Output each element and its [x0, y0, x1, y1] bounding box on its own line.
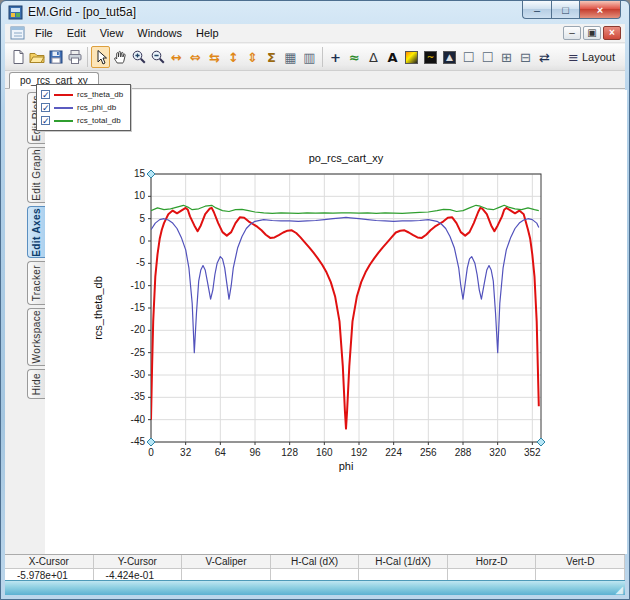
- split-vertical-button[interactable]: ⊟: [516, 46, 535, 68]
- legend-label: rcs_theta_db: [77, 90, 123, 99]
- menu-windows[interactable]: Windows: [130, 25, 189, 41]
- contour-view-button[interactable]: ~: [421, 46, 440, 68]
- plot-canvas[interactable]: 0326496128160192224256288320352151050-5-…: [45, 90, 627, 554]
- select-cursor-button[interactable]: [91, 46, 110, 68]
- svg-text:-20: -20: [131, 324, 146, 335]
- mdi-restore-button[interactable]: ▣: [583, 26, 601, 40]
- svg-text:-10: -10: [131, 280, 146, 291]
- print-button[interactable]: [65, 46, 84, 68]
- legend-line-sample-icon: [54, 94, 73, 96]
- svg-text:0: 0: [139, 235, 145, 246]
- svg-text:224: 224: [385, 447, 402, 458]
- svg-text:-25: -25: [131, 347, 146, 358]
- svg-text:15: 15: [134, 168, 146, 179]
- sidebar-tab-label: Edit Axes: [31, 208, 42, 257]
- svg-text:256: 256: [420, 447, 437, 458]
- menu-view[interactable]: View: [93, 25, 131, 41]
- window-title: EM.Grid - [po_tut5a]: [28, 5, 136, 19]
- sidebar-tab-tracker[interactable]: Tracker: [27, 261, 45, 305]
- sidebar-tab-edit-graph[interactable]: Edit Graph: [27, 147, 45, 203]
- svg-text:160: 160: [316, 447, 333, 458]
- sidebar-tab-hide[interactable]: Hide: [27, 369, 45, 399]
- svg-text:32: 32: [180, 447, 192, 458]
- svg-text:-30: -30: [131, 369, 146, 380]
- zoom-out-button[interactable]: [148, 46, 167, 68]
- cursor-table-header-x-cursor: X-Cursor: [5, 555, 94, 569]
- delta-marker-button[interactable]: Δ: [364, 46, 383, 68]
- menu-items: FileEditViewWindowsHelp: [28, 24, 226, 42]
- svg-text:96: 96: [249, 447, 261, 458]
- add-cursor-button[interactable]: +: [326, 46, 345, 68]
- svg-text:128: 128: [281, 447, 298, 458]
- legend-box[interactable]: ✓rcs_theta_db✓rcs_phi_db✓rcs_total_db: [36, 84, 131, 131]
- legend-item-rcs-total-db: ✓rcs_total_db: [41, 114, 123, 127]
- swap-axes-button[interactable]: ⇄: [535, 46, 554, 68]
- text-annotation-button[interactable]: A: [383, 46, 402, 68]
- statusbar: ◢: [5, 580, 625, 595]
- colormap-view-button[interactable]: [402, 46, 421, 68]
- menu-file[interactable]: File: [28, 25, 60, 41]
- chart[interactable]: 0326496128160192224256288320352151050-5-…: [45, 90, 627, 558]
- legend-item-rcs-phi-db: ✓rcs_phi_db: [41, 101, 123, 114]
- cursor-table-header-y-cursor: Y-Cursor: [94, 555, 183, 569]
- maximize-button[interactable]: □: [551, 1, 579, 19]
- cursor-table-header-v-caliper: V-Caliper: [182, 555, 271, 569]
- sidebar-tab-edit-axes[interactable]: Edit Axes: [27, 206, 45, 258]
- grid-toggle-button[interactable]: ▦: [281, 46, 300, 68]
- save-button[interactable]: [46, 46, 65, 68]
- zoom-in-button[interactable]: [129, 46, 148, 68]
- mdi-close-button[interactable]: ×: [603, 26, 621, 40]
- sidebar-tab-label: Tracker: [31, 265, 42, 301]
- axes-handle[interactable]: [147, 438, 155, 446]
- cursor-table-header-horz-d: Horz-D: [448, 555, 537, 569]
- series-rcs-phi-db[interactable]: [151, 217, 539, 352]
- pan-hand-button[interactable]: [110, 46, 129, 68]
- menubar: FileEditViewWindowsHelp – ▣ ×: [5, 24, 625, 43]
- menu-edit[interactable]: Edit: [60, 25, 93, 41]
- close-button[interactable]: ×: [579, 1, 621, 19]
- svg-text:0: 0: [148, 447, 154, 458]
- titlebar[interactable]: EM.Grid - [po_tut5a] – □ ×: [1, 1, 629, 24]
- svg-text:-15: -15: [131, 302, 146, 313]
- fit-y-button[interactable]: ↕: [224, 46, 243, 68]
- table-view-button[interactable]: ▥: [300, 46, 319, 68]
- minimize-button[interactable]: –: [522, 1, 551, 19]
- option-b-button[interactable]: ☐: [478, 46, 497, 68]
- legend-checkbox[interactable]: ✓: [41, 116, 50, 125]
- axes-handle[interactable]: [147, 170, 155, 178]
- document-icon[interactable]: [10, 26, 26, 40]
- svg-text:320: 320: [489, 447, 506, 458]
- surface-view-button[interactable]: ▲: [440, 46, 459, 68]
- fit-y-limits-button[interactable]: ⇕: [243, 46, 262, 68]
- axes-handle[interactable]: [537, 438, 545, 446]
- resize-grip-icon[interactable]: ◢: [615, 584, 623, 595]
- open-button[interactable]: [27, 46, 46, 68]
- svg-text:5: 5: [139, 213, 145, 224]
- client-area: FileEditViewWindowsHelp – ▣ × ↔⇔⇆↕⇕Σ▦▥+≈…: [5, 24, 625, 595]
- svg-text:-5: -5: [136, 257, 145, 268]
- mdi-minimize-button[interactable]: –: [563, 26, 581, 40]
- option-a-button[interactable]: ☐: [459, 46, 478, 68]
- legend-item-rcs-theta-db: ✓rcs_theta_db: [41, 88, 123, 101]
- legend-checkbox[interactable]: ✓: [41, 90, 50, 99]
- app-logo-icon: [8, 5, 23, 20]
- sidebar-tab-workspace[interactable]: Workspace: [27, 308, 45, 366]
- legend-line-sample-icon: [54, 120, 73, 122]
- layout-button[interactable]: ≡Layout: [561, 46, 622, 68]
- split-horizontal-button[interactable]: ⊞: [497, 46, 516, 68]
- svg-text:-45: -45: [131, 436, 146, 447]
- curve-tools-button[interactable]: ≈: [345, 46, 364, 68]
- layout-icon: ≡: [568, 50, 579, 65]
- sidebar-tab-label: Edit Graph: [31, 149, 42, 201]
- chart-svg[interactable]: 0326496128160192224256288320352151050-5-…: [45, 90, 627, 554]
- toolbar-separator: [87, 47, 88, 67]
- svg-text:64: 64: [215, 447, 227, 458]
- toolbar-buttons: ↔⇔⇆↕⇕Σ▦▥+≈ΔA~▲☐☐⊞⊟⇄≡Layout: [5, 44, 625, 71]
- pan-x-button[interactable]: ⇆: [205, 46, 224, 68]
- new-button[interactable]: [8, 46, 27, 68]
- autoscale-sum-button[interactable]: Σ: [262, 46, 281, 68]
- menu-help[interactable]: Help: [189, 25, 226, 41]
- legend-checkbox[interactable]: ✓: [41, 103, 50, 112]
- fit-x-limits-button[interactable]: ⇔: [186, 46, 205, 68]
- fit-x-button[interactable]: ↔: [167, 46, 186, 68]
